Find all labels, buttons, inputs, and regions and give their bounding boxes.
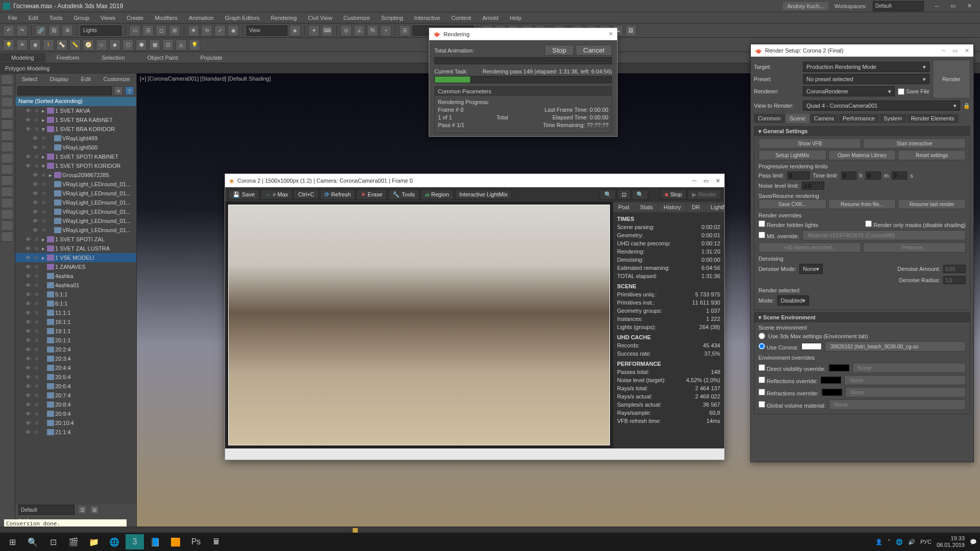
tree-row[interactable]: 👁❄VRayLight_LEDround_01... bbox=[15, 189, 136, 198]
tray-icon[interactable]: 👤 bbox=[875, 539, 883, 545]
swatch[interactable] bbox=[829, 364, 849, 371]
tool-icon[interactable] bbox=[1, 142, 13, 152]
freeze-icon[interactable]: ❄ bbox=[33, 108, 40, 114]
menu-arnold[interactable]: Arnold bbox=[477, 14, 504, 22]
resume-last-button[interactable]: Resume last render bbox=[898, 199, 966, 209]
ribbon-tab-freeform[interactable]: Freeform bbox=[45, 53, 91, 62]
menu-modifiers[interactable]: Modifiers bbox=[150, 14, 183, 22]
freeze-icon[interactable]: ❄ bbox=[33, 402, 40, 408]
tool-icon[interactable] bbox=[1, 131, 13, 141]
menu-group[interactable]: Group bbox=[68, 14, 94, 22]
tool-icon[interactable] bbox=[1, 86, 13, 96]
angle-snap-icon[interactable]: ∠ bbox=[354, 25, 365, 36]
visibility-icon[interactable]: 👁 bbox=[32, 190, 39, 196]
close-icon[interactable]: ✕ bbox=[965, 47, 969, 54]
tree-row[interactable]: 👁❄VRayLight_LEDround_01... bbox=[15, 226, 136, 235]
percent-snap-icon[interactable]: % bbox=[367, 25, 378, 36]
freeze-icon[interactable]: ❄ bbox=[33, 356, 40, 362]
freeze-icon[interactable]: ❄ bbox=[33, 420, 40, 427]
bone-icon[interactable]: 🦴 bbox=[56, 39, 67, 51]
visibility-icon[interactable]: 👁 bbox=[24, 163, 32, 169]
tree-row[interactable]: 👁❄▸Group2098672285 bbox=[15, 170, 136, 180]
tape-icon[interactable]: 📏 bbox=[69, 39, 81, 51]
minimize-icon[interactable]: ─ bbox=[692, 178, 696, 184]
freeze-icon[interactable]: ❄ bbox=[33, 310, 40, 316]
compass-icon[interactable]: 🧭 bbox=[83, 39, 94, 51]
pivot-icon[interactable]: ◈ bbox=[289, 25, 301, 36]
freeze-icon[interactable]: ❄ bbox=[40, 135, 47, 142]
freeze-icon[interactable]: ❄ bbox=[40, 181, 47, 188]
visibility-icon[interactable]: 👁 bbox=[24, 264, 32, 270]
chrome-icon[interactable]: 🌐 bbox=[105, 534, 124, 549]
menu-scripting[interactable]: Scripting bbox=[376, 14, 408, 22]
rs-tab-camera[interactable]: Camera bbox=[810, 114, 838, 123]
visibility-icon[interactable]: 👁 bbox=[32, 209, 39, 215]
hidden-lights-checkbox[interactable]: Render hidden lights bbox=[758, 220, 818, 228]
erase-button[interactable]: ✕Erase bbox=[356, 189, 387, 200]
tree-row[interactable]: 👁❄20:1:1 bbox=[15, 336, 136, 345]
freeze-icon[interactable]: ❄ bbox=[33, 337, 40, 344]
expand-icon[interactable]: ▸ bbox=[48, 172, 53, 179]
rs-tab-scene[interactable]: Scene bbox=[786, 114, 810, 123]
tree-row[interactable]: 👁❄21:1:4 bbox=[15, 428, 136, 437]
render-button[interactable]: ▶Render bbox=[688, 189, 721, 200]
tree-row[interactable]: 👁❄1 ZANAVES bbox=[15, 262, 136, 271]
app-icon[interactable]: 🟧 bbox=[166, 534, 185, 549]
denoise-mode-dropdown[interactable]: None▾ bbox=[799, 264, 823, 274]
helper3-icon[interactable]: ⬡ bbox=[122, 39, 134, 51]
tool-icon[interactable] bbox=[1, 198, 13, 208]
zoom-out-icon[interactable]: 🔍 bbox=[600, 189, 616, 200]
layer-dropdown[interactable]: Default bbox=[18, 505, 75, 515]
tree-row[interactable]: 👁❄20:5:4 bbox=[15, 372, 136, 382]
tree-row[interactable]: 👁❄VRayLight_LEDround_01... bbox=[15, 180, 136, 189]
photoshop-icon[interactable]: Ps bbox=[187, 534, 205, 549]
menu-edit[interactable]: Edit bbox=[23, 14, 43, 22]
excluded-button[interactable]: + 30 objects excluded... bbox=[758, 242, 861, 253]
tree-row[interactable]: 👁❄16:1:1 bbox=[15, 317, 136, 327]
selection-filter-dropdown[interactable]: Lights bbox=[81, 26, 121, 36]
visibility-icon[interactable]: 👁 bbox=[24, 374, 32, 380]
visibility-icon[interactable]: 👁 bbox=[24, 255, 32, 261]
reset-settings-button[interactable]: Reset settings bbox=[898, 150, 966, 160]
freeze-icon[interactable]: ❄ bbox=[40, 172, 47, 179]
rollout-header[interactable]: ▾ General Settings bbox=[754, 127, 970, 136]
physical-icon[interactable]: ◉ bbox=[30, 39, 41, 51]
se-menu-customize[interactable]: Customize bbox=[104, 76, 130, 82]
tree-row[interactable]: 👁❄19:1:1 bbox=[15, 327, 136, 336]
tree-row[interactable]: 👁❄20:3:4 bbox=[15, 354, 136, 363]
freeze-icon[interactable]: ❄ bbox=[33, 255, 40, 261]
user-badge[interactable]: Andrey Kuch... bbox=[783, 2, 828, 10]
pass-limit-input[interactable] bbox=[787, 171, 810, 180]
vfb-tab-stats[interactable]: Stats bbox=[635, 203, 658, 212]
setup-lightmix-button[interactable]: Setup LightMix bbox=[758, 150, 826, 160]
layer-icon[interactable]: ⊞ bbox=[90, 505, 99, 514]
select-icon[interactable]: ▭ bbox=[129, 25, 140, 36]
workspace-dropdown[interactable]: Default bbox=[873, 1, 924, 11]
tree-row[interactable]: 👁❄VRayLight_LEDround_01... bbox=[15, 216, 136, 226]
freeze-icon[interactable]: ❄ bbox=[40, 227, 47, 234]
minimize-icon[interactable]: ─ bbox=[929, 2, 944, 11]
se-menu-display[interactable]: Display bbox=[50, 76, 68, 82]
vfb-tab-post[interactable]: Post bbox=[613, 203, 634, 212]
ribbon-tab-populate[interactable]: Populate bbox=[189, 53, 233, 62]
tools-button[interactable]: 🔧Tools bbox=[388, 189, 420, 200]
visibility-icon[interactable]: 👁 bbox=[24, 402, 32, 408]
tool-icon[interactable] bbox=[1, 164, 13, 174]
menu-create[interactable]: Create bbox=[121, 14, 149, 22]
tool-icon[interactable] bbox=[1, 220, 13, 231]
visibility-icon[interactable]: 👁 bbox=[24, 420, 32, 426]
visibility-icon[interactable]: 👁 bbox=[24, 300, 32, 307]
view-dropdown[interactable]: Quad 4 - CoronaCamera001▾ bbox=[803, 101, 960, 111]
freeze-icon[interactable]: ❄ bbox=[33, 365, 40, 371]
close-icon[interactable]: ✕ bbox=[608, 31, 613, 37]
menu-animation[interactable]: Animation bbox=[184, 14, 219, 22]
freeze-icon[interactable]: ❄ bbox=[33, 154, 40, 160]
rotate-icon[interactable]: ⟲ bbox=[201, 25, 212, 36]
resume-file-button[interactable]: Resume from file... bbox=[828, 199, 896, 209]
tray-chevron-icon[interactable]: ˄ bbox=[888, 539, 891, 545]
placement-icon[interactable]: ◉ bbox=[228, 25, 239, 36]
stop-button[interactable]: ■Stop bbox=[660, 189, 687, 199]
tree-row[interactable]: 👁❄▸1 SVET BRA KABINET bbox=[15, 115, 136, 124]
menu-help[interactable]: Help bbox=[505, 14, 527, 22]
visibility-icon[interactable]: 👁 bbox=[24, 117, 32, 123]
